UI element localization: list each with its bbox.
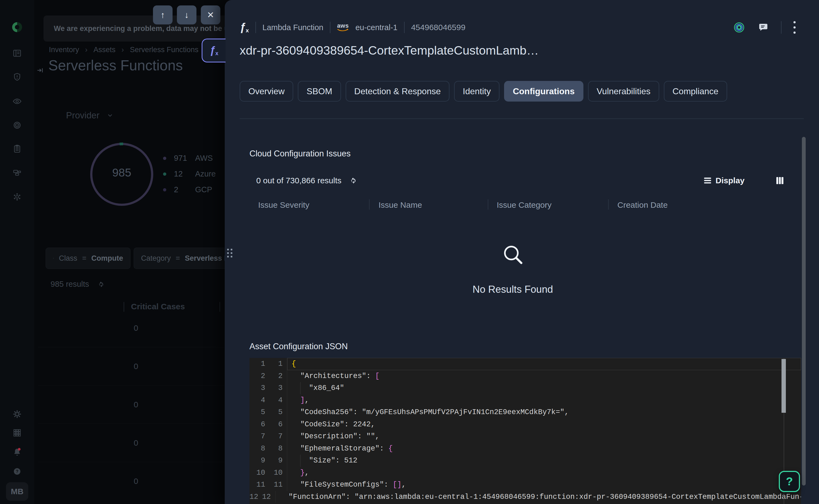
- code-line: 66"CodeSize": 2242,: [249, 418, 801, 431]
- incidents-shield-icon[interactable]: [11, 71, 23, 83]
- column-header-critical-cases[interactable]: Critical Cases: [131, 302, 185, 311]
- code-line: 11{: [249, 358, 801, 370]
- cortex-logo[interactable]: [11, 21, 23, 33]
- donut-total: 985: [86, 166, 157, 179]
- tab-identity[interactable]: Identity: [454, 81, 500, 102]
- display-control: Display: [704, 176, 784, 185]
- collapse-panel-icon[interactable]: [36, 66, 45, 75]
- editor-scrollbar[interactable]: [782, 359, 786, 413]
- table-row[interactable]: 0: [134, 438, 138, 448]
- background-results-count: 985 results: [51, 280, 105, 289]
- notifications-bell-icon[interactable]: [11, 446, 23, 458]
- comment-icon[interactable]: [758, 22, 769, 33]
- code-line: 88"EphemeralStorage": {: [249, 443, 801, 455]
- asset-title: xdr-pr-3609409389654-CortexTemplateCusto…: [240, 43, 539, 58]
- column-header-issue-severity[interactable]: Issue Severity: [258, 200, 309, 210]
- breadcrumb-inventory[interactable]: Inventory: [49, 46, 79, 54]
- breadcrumb: Inventory › Assets › Serverless Function…: [49, 46, 198, 54]
- tab-configurations[interactable]: Configurations: [504, 81, 584, 102]
- assets-blocks-icon[interactable]: [11, 167, 23, 179]
- legend-item-aws[interactable]: 971 AWS: [163, 154, 213, 163]
- help-circle-icon[interactable]: ?: [11, 465, 23, 477]
- code-line: 1212"FunctionArn": "arn:aws:lambda:eu-ce…: [249, 491, 801, 503]
- panel-header: ƒx Lambda Function aws eu-central-1 4549…: [240, 20, 466, 35]
- provider-dropdown[interactable]: Provider: [66, 110, 114, 121]
- legend-item-azure[interactable]: 12 Azure: [163, 169, 216, 178]
- breadcrumb-serverless[interactable]: Serverless Functions: [130, 46, 198, 54]
- app-sidebar: ? MB: [0, 0, 34, 504]
- lambda-fx-icon: ƒx: [240, 21, 249, 34]
- tab-sbom[interactable]: SBOM: [298, 81, 341, 102]
- investigation-eye-icon[interactable]: [11, 95, 23, 107]
- code-line: 55"CodeSha256": "m/yGFEsUhsAPsPMUfV2PAjF…: [249, 406, 801, 418]
- no-results-text: No Results Found: [473, 284, 553, 295]
- banner-down-button[interactable]: ↓: [177, 5, 196, 24]
- table-row[interactable]: 0: [134, 362, 138, 371]
- arrow-down-icon: ↓: [184, 10, 189, 20]
- region-label: eu-central-1: [355, 23, 397, 32]
- tab-compliance[interactable]: Compliance: [664, 81, 727, 102]
- more-options-kebab-icon[interactable]: [793, 21, 796, 34]
- hamburger-icon: [704, 178, 711, 184]
- filter-pill-category[interactable]: Category = Serverless F: [134, 248, 225, 269]
- code-line: 1111"FileSystemConfigs": [],: [249, 479, 801, 491]
- code-line: 44],: [249, 394, 801, 407]
- help-button[interactable]: ?: [779, 471, 800, 492]
- banner-up-button[interactable]: ↑: [153, 5, 172, 24]
- panel-header-actions: [733, 20, 796, 35]
- column-header-creation-date[interactable]: Creation Date: [617, 200, 668, 210]
- code-line: 1010},: [249, 467, 801, 479]
- apps-grid-icon[interactable]: [11, 427, 23, 439]
- search-icon: [501, 243, 524, 266]
- section-heading-asset-config-json: Asset Configuration JSON: [249, 342, 348, 351]
- panel-edge-lambda-tab[interactable]: ƒx: [202, 39, 225, 62]
- panel-tabs: Overview SBOM Detection & Response Ident…: [240, 81, 727, 102]
- legend-item-gcp[interactable]: 2 GCP: [163, 185, 212, 194]
- json-code-editor[interactable]: 11{22"Architectures": [33"x86_64"44],55"…: [249, 358, 801, 504]
- chevron-down-icon: [106, 112, 114, 119]
- arrow-up-icon: ↑: [161, 10, 165, 20]
- risk-ring-icon[interactable]: [733, 21, 746, 34]
- svg-text:?: ?: [16, 469, 18, 474]
- lambda-fx-icon: ƒx: [209, 45, 218, 56]
- code-line: 33"x86_64": [249, 382, 801, 394]
- account-id: 454968046599: [411, 23, 466, 32]
- asset-type-label: Lambda Function: [262, 23, 323, 32]
- code-line: 99"Size": 512: [249, 455, 801, 467]
- tab-vulnerabilities[interactable]: Vulnerabilities: [588, 81, 659, 102]
- banner-close-button[interactable]: ✕: [201, 5, 220, 24]
- columns-icon[interactable]: [776, 177, 784, 184]
- table-row[interactable]: 0: [134, 477, 138, 486]
- table-row[interactable]: 0: [134, 323, 138, 333]
- page-title: Serverless Functions: [48, 57, 183, 74]
- code-line: 22"Architectures": [: [249, 370, 801, 382]
- threat-intel-target-icon[interactable]: [11, 119, 23, 131]
- tab-detection-response[interactable]: Detection & Response: [346, 81, 450, 102]
- refresh-icon[interactable]: [97, 281, 105, 288]
- display-button[interactable]: Display: [704, 176, 745, 185]
- code-line: 77"Description": "",: [249, 430, 801, 443]
- aws-legend-dot: [163, 157, 166, 160]
- breadcrumb-assets[interactable]: Assets: [93, 46, 115, 54]
- column-header-issue-category[interactable]: Issue Category: [497, 200, 552, 210]
- gcp-legend-dot: [163, 188, 166, 191]
- automation-network-icon[interactable]: [11, 191, 23, 203]
- issues-results-count: 0 out of 730,866 results: [256, 176, 357, 185]
- section-heading-cloud-config-issues: Cloud Configuration Issues: [249, 149, 350, 159]
- filter-pill-class[interactable]: Class = Compute: [46, 248, 130, 269]
- azure-legend-dot: [163, 172, 166, 176]
- close-icon: ✕: [207, 10, 214, 20]
- column-header-issue-name[interactable]: Issue Name: [378, 200, 422, 210]
- empty-state: No Results Found: [225, 243, 801, 295]
- reports-clipboard-icon[interactable]: [11, 143, 23, 155]
- refresh-icon[interactable]: [349, 177, 357, 185]
- table-row[interactable]: 0: [134, 400, 138, 409]
- dashboards-icon[interactable]: [11, 47, 23, 59]
- tab-overview[interactable]: Overview: [240, 81, 293, 102]
- aws-logo-icon: aws: [337, 23, 349, 32]
- user-avatar[interactable]: MB: [6, 482, 28, 501]
- settings-gear-icon[interactable]: [11, 408, 23, 420]
- panel-scrollbar[interactable]: [802, 137, 806, 486]
- lock-icon: [53, 255, 54, 262]
